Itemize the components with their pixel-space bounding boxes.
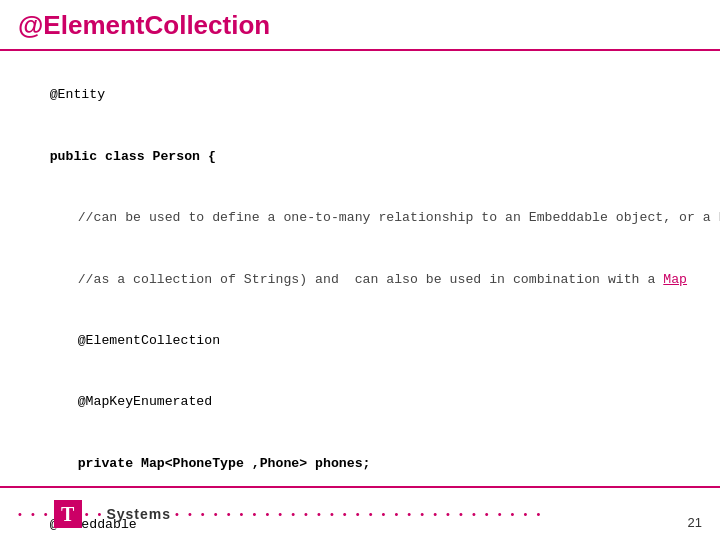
line-element-collection: @ElementCollection [18,310,702,371]
t-brand-icon: T [54,500,82,528]
dots-middle: • • [85,508,105,520]
title-bar: @ElementCollection [0,0,720,51]
dots-left: • • • [18,508,51,520]
dots-right: • • • • • • • • • • • • • • • • • • • • … [175,508,543,520]
line-comment-2: //as a collection of Strings) and can al… [18,249,702,310]
systems-text: Systems [106,506,171,522]
page-number: 21 [688,515,702,530]
footer: • • • T • • Systems • • • • • • • • • • … [0,488,720,540]
line-map-key-enumerated: @MapKeyEnumerated [18,372,702,433]
line-comment-1: //can be used to define a one-to-many re… [18,188,702,249]
line-class-person: public class Person { [18,126,702,187]
slide-title: @ElementCollection [18,10,270,40]
logo: • • • T • • Systems • • • • • • • • • • … [18,500,543,528]
map-link[interactable]: Map [663,272,687,287]
line-entity: @Entity [18,65,702,126]
content-area: @Entity public class Person { //can be u… [0,51,720,540]
